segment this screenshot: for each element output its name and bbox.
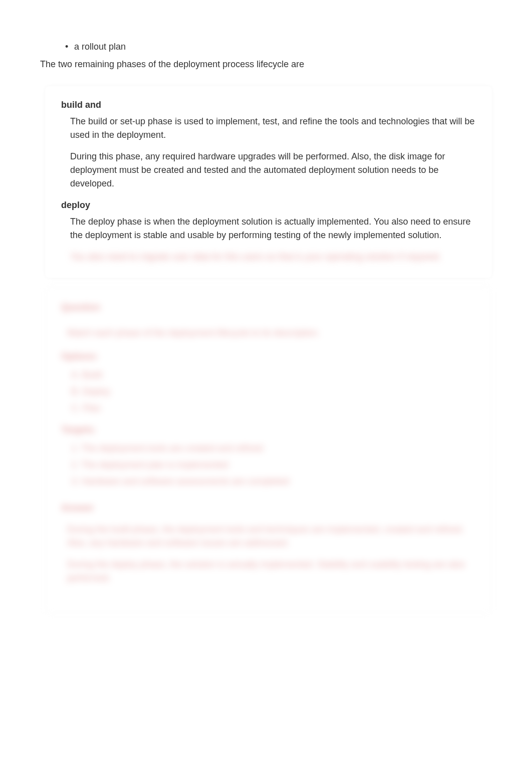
phase-deploy-title: deploy (61, 199, 476, 212)
phase-deploy-p1: The deploy phase is when the deployment … (70, 215, 476, 242)
answer-p1: During the build phase, the deployment t… (61, 523, 476, 550)
phase-build-p2: During this phase, any required hardware… (70, 150, 476, 190)
phase-build-title: build and (61, 98, 476, 112)
bullet-item: a rollout plan (65, 40, 492, 54)
phases-card: build and The build or set-up phase is u… (45, 86, 492, 278)
question-prompt: Match each phase of the deployment lifec… (61, 326, 476, 340)
option-a: A. Build (71, 368, 476, 382)
targets-list: 1. The deployment tools are created and … (61, 442, 476, 488)
phase-deploy-blurred: You also need to migrate user data for t… (61, 250, 476, 264)
phase-build: build and The build or set-up phase is u… (61, 98, 476, 190)
option-b: B. Deploy (71, 385, 476, 399)
phase-deploy: deploy The deploy phase is when the depl… (61, 199, 476, 264)
targets-label: Targets: (61, 423, 476, 437)
bullet-text: a rollout plan (74, 42, 126, 52)
phase-deploy-blurred-text: You also need to migrate user data for t… (70, 250, 476, 264)
answer-heading: Answer (61, 501, 476, 515)
target-1: 1. The deployment tools are created and … (71, 442, 476, 455)
options-label: Options: (61, 350, 476, 363)
question-card: Question Match each phase of the deploym… (45, 287, 492, 613)
phase-build-body: The build or set-up phase is used to imp… (61, 115, 476, 190)
bullet-list: a rollout plan (40, 40, 492, 54)
target-2: 2. The deployment plan is implemented (71, 458, 476, 472)
phase-deploy-body: The deploy phase is when the deployment … (61, 215, 476, 242)
question-heading: Question (61, 301, 476, 314)
answer-body: During the build phase, the deployment t… (61, 523, 476, 585)
intro-paragraph: The two remaining phases of the deployme… (40, 58, 492, 71)
phase-build-p1: The build or set-up phase is used to imp… (70, 115, 476, 142)
options-list: A. Build B. Deploy C. Plan (61, 368, 476, 415)
answer-p2: During the deploy phase, the solution is… (61, 558, 476, 585)
target-3: 3. Hardware and software assessments are… (71, 475, 476, 488)
option-c: C. Plan (71, 402, 476, 415)
